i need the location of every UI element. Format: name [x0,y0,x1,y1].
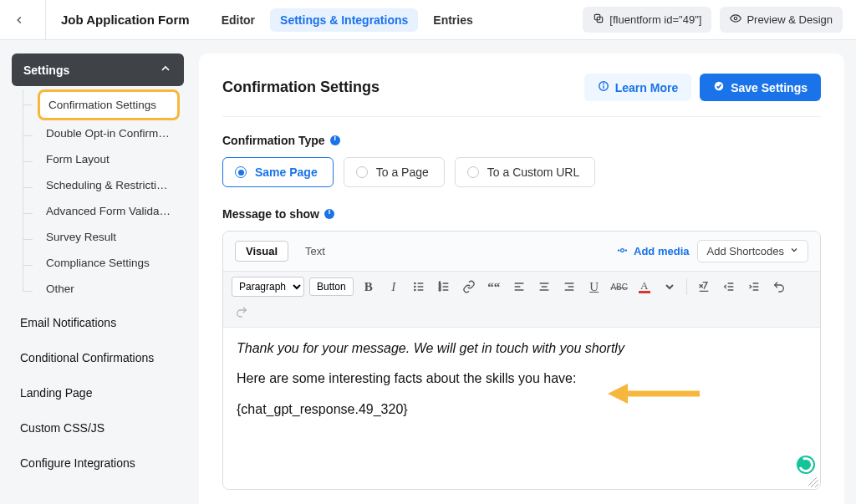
sidebar-item-confirmation-settings[interactable]: Confirmation Settings [38,89,180,120]
confirmation-type-same-page[interactable]: Same Page [222,157,334,187]
strikethrough-icon[interactable]: ABC [609,277,629,297]
confirmation-type-to-page[interactable]: To a Page [344,157,445,187]
align-right-icon[interactable] [559,277,579,297]
sidebar-item-form-layout[interactable]: Form Layout [38,146,180,172]
svg-point-7 [621,248,624,252]
preview-design-button[interactable]: Preview & Design [720,7,843,33]
undo-icon[interactable] [769,277,789,297]
add-shortcodes-label: Add Shortcodes [706,245,784,257]
editor-line-2: Here are some interesting facts about th… [237,369,807,388]
preview-label: Preview & Design [746,13,833,26]
media-icon [616,244,629,259]
nav-email-notifications[interactable]: Email Notifications [12,308,184,337]
chevron-up-icon [159,62,172,78]
outdent-icon[interactable] [719,277,739,297]
option-label: To a Page [376,165,429,179]
save-settings-button[interactable]: Save Settings [700,74,821,101]
nav-conditional-confirmations[interactable]: Conditional Confirmations [12,344,184,372]
align-center-icon[interactable] [534,277,554,297]
radio-icon [356,166,368,178]
clear-format-icon[interactable] [694,277,714,297]
nav-custom-css-js[interactable]: Custom CSS/JS [12,414,184,442]
eye-icon [730,13,741,27]
chevron-down-icon [789,245,799,257]
svg-point-10 [414,289,415,290]
info-icon[interactable] [330,135,340,145]
editor-line-1: Thank you for your message. We will get … [237,339,807,358]
info-icon[interactable] [324,209,334,219]
bullet-list-icon[interactable] [409,277,429,297]
sidebar-group-label: Settings [23,64,69,77]
kitchen-sink-button[interactable]: Button [309,277,354,296]
indent-icon[interactable] [744,277,764,297]
editor-tab-text[interactable]: Text [295,242,335,261]
editor-content[interactable]: Thank you for your message. We will get … [223,328,820,489]
learn-more-label: Learn More [615,81,678,94]
tab-editor[interactable]: Editor [211,8,265,32]
separator [686,278,687,295]
align-left-icon[interactable] [509,277,529,297]
page-title: Confirmation Settings [222,79,380,96]
divider [45,0,46,40]
learn-more-button[interactable]: Learn More [584,74,691,101]
rich-text-editor: Visual Text Add media Add Shortcodes [222,231,821,490]
info-icon [598,80,609,94]
italic-icon[interactable]: I [384,277,404,297]
redo-icon[interactable] [232,302,252,322]
sidebar-item-double-optin[interactable]: Double Opt-in Confirma... [38,120,180,146]
numbered-list-icon[interactable]: 123 [434,277,454,297]
confirmation-type-label: Confirmation Type [222,134,325,147]
svg-text:3: 3 [439,288,441,292]
svg-point-9 [414,286,415,287]
option-label: To a Custom URL [487,165,579,179]
paragraph-select[interactable]: Paragraph [232,277,304,297]
underline-icon[interactable]: U [584,277,604,297]
radio-icon [467,166,479,178]
text-color-icon[interactable]: A [634,277,655,297]
svg-point-2 [735,17,738,20]
sidebar-item-scheduling[interactable]: Scheduling & Restrictions [38,172,180,198]
tab-entries[interactable]: Entries [423,8,482,32]
tab-settings-integrations[interactable]: Settings & Integrations [270,8,418,32]
grammarly-icon[interactable] [797,456,815,474]
add-media-button[interactable]: Add media [616,240,689,262]
resize-handle[interactable] [808,477,818,487]
back-button[interactable] [8,9,30,31]
sidebar-item-advanced-validation[interactable]: Advanced Form Validati... [38,198,180,224]
save-label: Save Settings [731,81,808,94]
option-label: Same Page [255,165,318,179]
add-media-label: Add media [634,245,689,257]
check-icon [713,80,725,94]
confirmation-type-custom-url[interactable]: To a Custom URL [455,157,595,187]
confirmation-settings-card: Confirmation Settings Learn More Save Se… [199,53,844,504]
text-color-chevron-icon[interactable] [660,277,680,297]
link-icon[interactable] [459,277,479,297]
add-shortcodes-dropdown[interactable]: Add Shortcodes [697,240,808,262]
nav-landing-page[interactable]: Landing Page [12,379,184,407]
message-label: Message to show [222,207,319,221]
shortcode-text: [fluentform id="49"] [609,13,701,26]
editor-toolbar: Paragraph Button B I 123 ““ U ABC A [223,272,820,328]
radio-icon [235,166,247,178]
sidebar-item-compliance[interactable]: Compliance Settings [38,250,180,276]
bold-icon[interactable]: B [359,277,379,297]
sidebar-item-other[interactable]: Other [38,276,180,302]
copy-icon [593,13,604,27]
svg-point-8 [414,283,415,283]
form-title: Job Application Form [61,13,190,27]
sidebar-item-survey-result[interactable]: Survey Result [38,224,180,250]
shortcode-button[interactable]: [fluentform id="49"] [583,7,711,33]
editor-line-3-shortcode: {chat_gpt_response.49_320} [237,400,807,419]
editor-tab-visual[interactable]: Visual [235,241,288,262]
svg-point-5 [603,84,604,84]
sidebar: Settings Confirmation Settings Double Op… [12,53,184,477]
blockquote-icon[interactable]: ““ [484,277,504,297]
sidebar-group-settings[interactable]: Settings [12,53,184,86]
nav-configure-integrations[interactable]: Configure Integrations [12,449,184,477]
